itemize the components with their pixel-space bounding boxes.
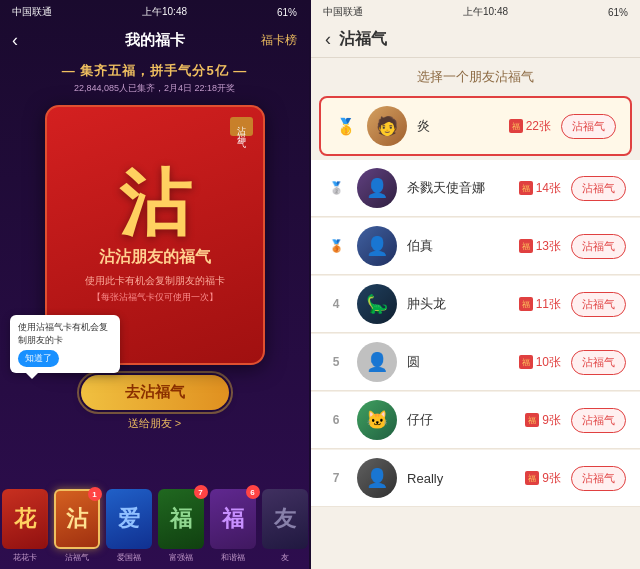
card-item-aiguo[interactable]: 爱 爱国福 [106, 489, 152, 563]
rank-num-4: 4 [325, 297, 347, 311]
right-nav-title: 沾福气 [339, 29, 387, 50]
zhan-button-6[interactable]: 沾福气 [571, 408, 626, 433]
go-zhan-button[interactable]: 去沾福气 [81, 375, 229, 410]
card-label-you: 友 [281, 552, 289, 563]
card-item-zhan[interactable]: 沾 1 沾福气 [54, 489, 100, 563]
card-icon-aiguo: 爱 [106, 489, 152, 549]
friend-list: 🥇 🧑 炎 福 22张 沾福气 🥈 👤 杀戮天使音娜 福 14张 沾福气 🥉 👤… [311, 92, 640, 569]
left-nav-bar: ‹ 我的福卡 福卡榜 [0, 22, 309, 58]
friend-name-2: 杀戮天使音娜 [407, 179, 519, 197]
friend-item-7: 7 👤 Really 福 9张 沾福气 [311, 450, 640, 507]
card-count-icon-6: 福 [525, 413, 539, 427]
card-count-num-3: 13张 [536, 238, 561, 255]
card-count-6: 福 9张 [525, 412, 561, 429]
card-item-hexie[interactable]: 福 6 和谐福 [210, 489, 256, 563]
card-count-num-5: 10张 [536, 354, 561, 371]
right-back-button[interactable]: ‹ [325, 29, 331, 50]
rank-medal-1: 🥇 [335, 117, 357, 136]
friend-avatar-6: 🐱 [357, 400, 397, 440]
card-count-4: 福 11张 [519, 296, 561, 313]
tooltip-text: 使用沾福气卡有机会复制朋友的卡 [18, 322, 108, 345]
zhan-button-7[interactable]: 沾福气 [571, 466, 626, 491]
card-count-num-4: 11张 [536, 296, 561, 313]
card-count-icon-1: 福 [509, 119, 523, 133]
card-count-3: 福 13张 [519, 238, 561, 255]
friend-item-3: 🥉 👤 伯真 福 13张 沾福气 [311, 218, 640, 275]
card-item-huahua[interactable]: 花 花花卡 [2, 489, 48, 563]
right-battery: 61% [608, 7, 628, 18]
card-label-hexie: 和谐福 [221, 552, 245, 563]
friend-avatar-4: 🦕 [357, 284, 397, 324]
send-friend-link[interactable]: 送给朋友 > [128, 416, 181, 431]
friend-item-2: 🥈 👤 杀戮天使音娜 福 14张 沾福气 [311, 160, 640, 217]
card-icon-fuqiang: 福 7 [158, 489, 204, 549]
card-label-huahua: 花花卡 [13, 552, 37, 563]
card-count-5: 福 10张 [519, 354, 561, 371]
card-desc-bracket: 【每张沾福气卡仅可使用一次】 [92, 291, 218, 304]
friend-avatar-2: 👤 [357, 168, 397, 208]
card-icon-hexie: 福 6 [210, 489, 256, 549]
card-count-num-6: 9张 [542, 412, 561, 429]
zhan-button-5[interactable]: 沾福气 [571, 350, 626, 375]
card-count-num-1: 22张 [526, 118, 551, 135]
card-icon-you: 友 [262, 489, 308, 549]
left-back-button[interactable]: ‹ [12, 30, 18, 51]
card-item-you[interactable]: 友 友 [262, 489, 308, 563]
zhan-button-3[interactable]: 沾福气 [571, 234, 626, 259]
friend-name-6: 仔仔 [407, 411, 525, 429]
card-count-icon-5: 福 [519, 355, 533, 369]
friend-avatar-1: 🧑 [367, 106, 407, 146]
rank-num-5: 5 [325, 355, 347, 369]
rank-medal-3: 🥉 [325, 239, 347, 253]
left-time: 上午10:48 [142, 5, 187, 19]
rank-num-7: 7 [325, 471, 347, 485]
friend-name-7: Really [407, 471, 525, 486]
left-battery: 61% [277, 7, 297, 18]
friend-avatar-3: 👤 [357, 226, 397, 266]
tooltip-ok-button[interactable]: 知道了 [18, 350, 59, 367]
right-time: 上午10:48 [463, 5, 508, 19]
card-label-aiguo: 爱国福 [117, 552, 141, 563]
card-count-num-7: 9张 [542, 470, 561, 487]
friend-name-5: 圆 [407, 353, 519, 371]
card-badge-fuqiang: 7 [194, 485, 208, 499]
card-icon-zhan: 沾 1 [54, 489, 100, 549]
card-badge-zhan: 1 [88, 487, 102, 501]
card-count-icon-4: 福 [519, 297, 533, 311]
zhan-button-2[interactable]: 沾福气 [571, 176, 626, 201]
left-carrier: 中国联通 [12, 5, 52, 19]
card-icon-huahua: 花 [2, 489, 48, 549]
banner: — 集齐五福，拼手气分5亿 — 22,844,085人已集齐，2月4日 22:1… [0, 58, 309, 97]
card-label-zhan: 沾福气 [65, 552, 89, 563]
card-item-fuqiang[interactable]: 福 7 富强福 [158, 489, 204, 563]
card-desc: 使用此卡有机会复制朋友的福卡 [65, 274, 245, 288]
friend-avatar-7: 👤 [357, 458, 397, 498]
friend-avatar-5: 👤 [357, 342, 397, 382]
card-count-num-2: 14张 [536, 180, 561, 197]
friend-item-4: 4 🦕 肿头龙 福 11张 沾福气 [311, 276, 640, 333]
left-status-bar: 中国联通 上午10:48 61% [0, 0, 309, 22]
bottom-cards-row: 花 花花卡 沾 1 沾福气 爱 爱国福 福 7 富强福 福 [0, 481, 309, 569]
card-count-2: 福 14张 [519, 180, 561, 197]
rank-num-6: 6 [325, 413, 347, 427]
card-count-icon-3: 福 [519, 239, 533, 253]
tooltip-box: 使用沾福气卡有机会复制朋友的卡 知道了 [10, 315, 120, 373]
fuka-rank-link[interactable]: 福卡榜 [261, 32, 297, 49]
friend-list-title: 选择一个朋友沾福气 [311, 58, 640, 92]
zhan-button-4[interactable]: 沾福气 [571, 292, 626, 317]
card-badge: 沾 福 气 [230, 117, 253, 136]
right-panel: 中国联通 上午10:48 61% ‹ 沾福气 选择一个朋友沾福气 🥇 🧑 炎 福… [311, 0, 640, 569]
right-status-bar: 中国联通 上午10:48 61% [311, 0, 640, 22]
card-count-icon-7: 福 [525, 471, 539, 485]
card-sub-title: 沾沾朋友的福气 [99, 247, 211, 268]
card-label-fuqiang: 富强福 [169, 552, 193, 563]
banner-subtitle: 22,844,085人已集齐，2月4日 22:18开奖 [0, 82, 309, 95]
zhan-button-1[interactable]: 沾福气 [561, 114, 616, 139]
card-count-1: 福 22张 [509, 118, 551, 135]
right-nav-bar: ‹ 沾福气 [311, 22, 640, 58]
left-panel: 中国联通 上午10:48 61% ‹ 我的福卡 福卡榜 — 集齐五福，拼手气分5… [0, 0, 309, 569]
friend-item-5: 5 👤 圆 福 10张 沾福气 [311, 334, 640, 391]
left-nav-title: 我的福卡 [125, 31, 185, 50]
card-count-7: 福 9张 [525, 470, 561, 487]
right-carrier: 中国联通 [323, 5, 363, 19]
